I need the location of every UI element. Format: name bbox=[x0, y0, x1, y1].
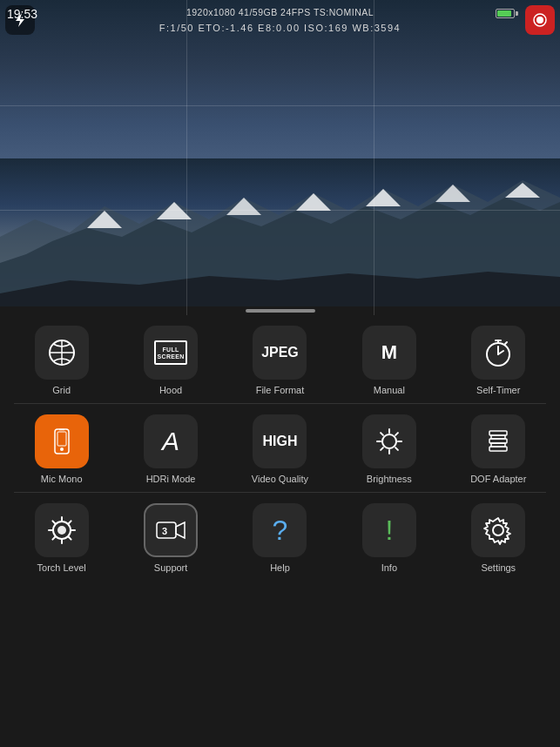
svg-point-13 bbox=[536, 17, 543, 24]
camera-params: F:1/50 ETO:-1.46 E8:0.00 ISO:169 WB:3594 bbox=[70, 23, 490, 33]
record-button[interactable] bbox=[525, 5, 555, 35]
phone-icon bbox=[46, 426, 78, 457]
hdri-mode-label: HDRi Mode bbox=[146, 474, 196, 485]
svg-point-50 bbox=[57, 526, 66, 535]
fullscreen-text2: SCREEN bbox=[158, 353, 185, 360]
grid-cell[interactable]: Grid bbox=[18, 326, 105, 396]
camera-info: 1920x1080 41/59GB 24FPS TS:NOMINAL bbox=[70, 7, 490, 17]
svg-line-48 bbox=[68, 522, 71, 524]
icon-row-3: Torch Level 3 Support ? Help ! bbox=[0, 493, 560, 581]
settings-cell[interactable]: Settings bbox=[455, 503, 542, 574]
svg-line-35 bbox=[381, 448, 383, 450]
help-label: Help bbox=[270, 562, 290, 574]
torch-level-icon-box bbox=[35, 503, 89, 557]
fullscreen-icon: FULL SCREEN bbox=[154, 340, 187, 365]
dof-icon bbox=[482, 426, 514, 457]
svg-point-54 bbox=[493, 525, 503, 535]
support-label: Support bbox=[154, 562, 188, 574]
torch-level-cell[interactable]: Torch Level bbox=[18, 503, 105, 574]
manual-cell[interactable]: M Manual bbox=[346, 326, 433, 396]
icon-row-2: Mic Mono A HDRi Mode HIGH Video Quality bbox=[0, 404, 560, 492]
info-cell[interactable]: ! Info bbox=[346, 503, 433, 574]
hdri-mode-icon-box: A bbox=[144, 414, 198, 468]
self-timer-icon-box bbox=[471, 326, 525, 380]
video-quality-label: Video Quality bbox=[252, 474, 308, 485]
dof-adapter-icon-box bbox=[471, 414, 525, 468]
sun-icon bbox=[374, 426, 405, 457]
info-icon: ! bbox=[385, 515, 393, 547]
svg-line-46 bbox=[52, 522, 55, 524]
info-label: Info bbox=[381, 562, 397, 574]
self-timer-label: Self-Timer bbox=[476, 385, 520, 396]
grid-icon-svg bbox=[46, 337, 78, 368]
manual-icon-box: M bbox=[362, 326, 416, 380]
self-timer-cell[interactable]: Self-Timer bbox=[455, 326, 542, 396]
video-quality-cell[interactable]: HIGH Video Quality bbox=[236, 414, 323, 485]
settings-icon-box bbox=[471, 503, 525, 557]
help-icon: ? bbox=[273, 515, 288, 547]
file-format-cell[interactable]: JPEG File Format bbox=[236, 326, 323, 396]
grid-icon-box bbox=[35, 326, 89, 380]
mic-mono-label: Mic Mono bbox=[41, 474, 83, 485]
high-text: HIGH bbox=[262, 434, 297, 449]
mic-mono-cell[interactable]: Mic Mono bbox=[18, 414, 105, 485]
file-format-label: File Format bbox=[256, 385, 305, 396]
timer-icon bbox=[482, 337, 514, 368]
manual-label: Manual bbox=[374, 385, 405, 396]
svg-marker-52 bbox=[176, 522, 185, 538]
svg-line-47 bbox=[68, 537, 71, 540]
svg-line-34 bbox=[395, 433, 398, 435]
video-quality-icon-box: HIGH bbox=[253, 414, 307, 468]
gear-icon bbox=[482, 515, 514, 546]
fullscreen-text: FULL bbox=[163, 347, 179, 353]
svg-rect-40 bbox=[489, 447, 507, 451]
help-cell[interactable]: ? Help bbox=[236, 503, 323, 574]
grid-label: Grid bbox=[52, 385, 71, 396]
help-icon-box: ? bbox=[253, 503, 307, 557]
time-display: 19:53 bbox=[7, 7, 37, 21]
svg-point-25 bbox=[60, 448, 64, 451]
icon-row-1: Grid FULL SCREEN Hood JPEG File Format M… bbox=[0, 315, 560, 403]
m-icon: M bbox=[381, 341, 397, 364]
grid-overlay bbox=[0, 0, 560, 315]
hood-cell[interactable]: FULL SCREEN Hood bbox=[127, 326, 214, 396]
support-icon: 3 bbox=[154, 515, 187, 546]
file-format-icon-box: JPEG bbox=[253, 326, 307, 380]
viewfinder: 19:53 1920x1080 41/59GB 24FPS TS:NOMINAL… bbox=[0, 0, 560, 315]
svg-line-22 bbox=[505, 342, 507, 344]
dof-adapter-cell[interactable]: DOF Adapter bbox=[455, 414, 542, 485]
mic-mono-icon-box bbox=[35, 414, 89, 468]
svg-line-32 bbox=[381, 433, 383, 435]
battery-indicator bbox=[496, 9, 518, 18]
svg-rect-24 bbox=[57, 432, 66, 446]
settings-label: Settings bbox=[481, 562, 516, 574]
support-cell[interactable]: 3 Support bbox=[127, 503, 214, 574]
torch-icon bbox=[46, 515, 78, 546]
svg-point-27 bbox=[382, 434, 396, 448]
svg-line-49 bbox=[52, 537, 55, 540]
bottom-panel: Grid FULL SCREEN Hood JPEG File Format M… bbox=[0, 315, 560, 747]
hood-label: Hood bbox=[159, 385, 182, 396]
svg-text:3: 3 bbox=[162, 526, 167, 536]
support-icon-box: 3 bbox=[144, 503, 198, 557]
hdri-mode-cell[interactable]: A HDRi Mode bbox=[127, 414, 214, 485]
torch-level-label: Torch Level bbox=[37, 562, 86, 574]
brightness-label: Brightness bbox=[367, 474, 412, 485]
svg-line-33 bbox=[395, 448, 398, 450]
brightness-icon-box bbox=[362, 414, 416, 468]
hood-icon-box: FULL SCREEN bbox=[144, 326, 198, 380]
dof-adapter-label: DOF Adapter bbox=[470, 474, 526, 485]
jpeg-text: JPEG bbox=[261, 345, 299, 360]
info-icon-box: ! bbox=[362, 503, 416, 557]
brightness-cell[interactable]: Brightness bbox=[346, 414, 433, 485]
a-icon: A bbox=[162, 427, 179, 456]
